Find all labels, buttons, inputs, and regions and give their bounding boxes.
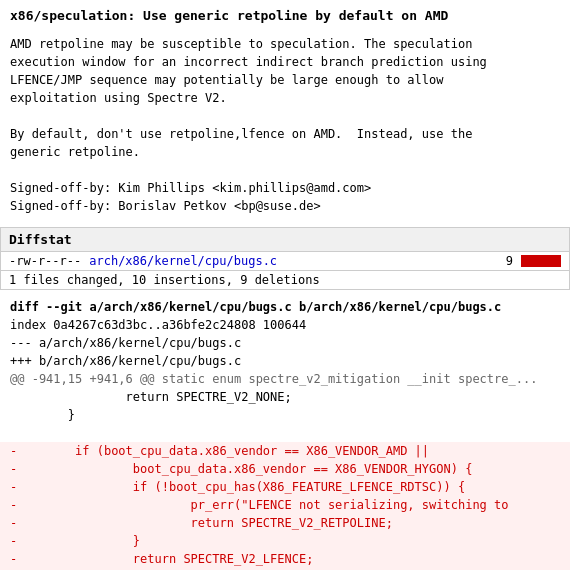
file-permissions: -rw-r--r-- (9, 254, 81, 268)
diff-file-b: +++ b/arch/x86/kernel/cpu/bugs.c (0, 352, 570, 370)
diffstat-filename[interactable]: arch/x86/kernel/cpu/bugs.c (89, 254, 498, 268)
diff-line-removed: - } (0, 532, 570, 550)
diff-block: diff --git a/arch/x86/kernel/cpu/bugs.c … (0, 298, 570, 570)
diffstat-section: Diffstat -rw-r--r-- arch/x86/kernel/cpu/… (0, 227, 570, 290)
diff-line-removed: - if (boot_cpu_data.x86_vendor == X86_VE… (0, 442, 570, 460)
commit-message: AMD retpoline may be susceptible to spec… (0, 29, 570, 221)
diff-range-line: @@ -941,15 +941,6 @@ static enum spectre… (0, 370, 570, 388)
diff-line: } (0, 406, 570, 424)
diff-bar (521, 255, 561, 267)
diff-line-removed: - return SPECTRE_V2_LFENCE; (0, 550, 570, 568)
diff-header-line: diff --git a/arch/x86/kernel/cpu/bugs.c … (0, 298, 570, 316)
diffstat-summary: 1 files changed, 10 insertions, 9 deleti… (0, 270, 570, 290)
diff-file-a: --- a/arch/x86/kernel/cpu/bugs.c (0, 334, 570, 352)
page-title: x86/speculation: Use generic retpoline b… (0, 0, 570, 29)
diff-index-line: index 0a4267c63d3bc..a36bfe2c24808 10064… (0, 316, 570, 334)
diff-line-removed: - pr_err("LFENCE not serializing, switch… (0, 496, 570, 514)
diff-line (0, 424, 570, 442)
diff-line: return SPECTRE_V2_NONE; (0, 388, 570, 406)
diff-line-removed: - boot_cpu_data.x86_vendor == X86_VENDOR… (0, 460, 570, 478)
diffstat-header: Diffstat (0, 227, 570, 251)
diff-line-removed: - if (!boot_cpu_has(X86_FEATURE_LFENCE_R… (0, 478, 570, 496)
diffstat-count: 9 (506, 254, 513, 268)
diffstat-file-row: -rw-r--r-- arch/x86/kernel/cpu/bugs.c 9 (0, 251, 570, 270)
diff-line-removed: - return SPECTRE_V2_RETPOLINE; (0, 514, 570, 532)
